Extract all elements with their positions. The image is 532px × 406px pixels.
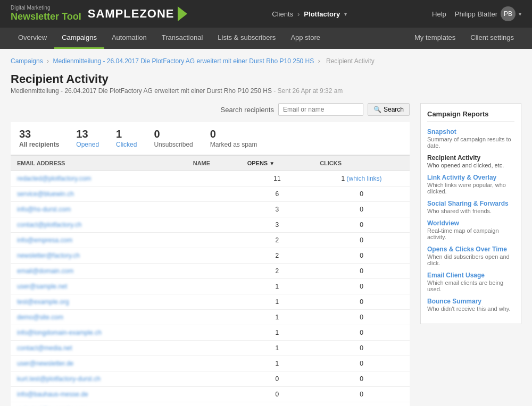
recipient-name: [187, 356, 241, 371]
clicked-count: 1: [116, 128, 137, 140]
breadcrumb: Campaigns › Medienmitteilung - 26.04.201…: [11, 57, 521, 65]
report-link[interactable]: Snapshot: [427, 128, 514, 136]
table-row: info@bauhaus-messe.de00: [11, 387, 410, 402]
sent-info: - Sent 26 Apr at 9:32 am: [273, 87, 343, 95]
email-link[interactable]: info@longdomain-example.ch: [17, 329, 102, 336]
opens-count: 11: [241, 171, 313, 187]
email-link[interactable]: service@bluewin.ch: [17, 190, 74, 198]
report-link[interactable]: Email Client Usage: [427, 272, 514, 279]
table-row: newsletter@factory.ch20: [11, 248, 410, 264]
email-link[interactable]: test@example.org: [17, 298, 69, 306]
clicked-label: Clicked: [116, 141, 137, 148]
spam-count: 0: [210, 128, 257, 140]
brand-arrow-icon: [178, 6, 187, 21]
right-navigation: My templates Client settings: [407, 28, 521, 49]
avatar: PB: [501, 6, 516, 21]
email-link[interactable]: info@hs-durst.com: [17, 206, 71, 213]
nav-lists-subscribers[interactable]: Lists & subscribers: [210, 28, 283, 49]
opens-count: 3: [241, 202, 313, 217]
col-email: EMAIL ADDRESS: [11, 156, 187, 171]
report-item: SnapshotSummary of campaign results to d…: [427, 128, 514, 149]
email-link[interactable]: contact@media.net: [17, 344, 72, 352]
recipient-name: [187, 171, 241, 187]
help-link[interactable]: Help: [432, 10, 446, 18]
client-dropdown-arrow-icon[interactable]: ▾: [344, 11, 347, 17]
table-row: redacted@example.com00: [11, 402, 410, 407]
tab-unsubscribed[interactable]: 0 Unsubscribed: [145, 122, 201, 155]
all-recipients-label: All recipients: [19, 141, 59, 148]
tab-clicked[interactable]: 1 Clicked: [107, 122, 145, 155]
email-link[interactable]: kurt.test@plotfactory-durst.ch: [17, 375, 101, 383]
clicks-count: 0: [313, 341, 410, 356]
report-link[interactable]: Worldview: [427, 219, 514, 227]
email-link[interactable]: info@empresa.com: [17, 236, 72, 244]
spam-label: Marked as spam: [210, 141, 257, 148]
breadcrumb-campaign-name[interactable]: Medienmitteilung - 26.04.2017 Die PlotFa…: [53, 57, 314, 65]
recipient-name: [187, 279, 241, 294]
which-links-link[interactable]: (which links): [347, 175, 382, 182]
opened-label: Opened: [76, 141, 99, 148]
clicks-count: 0: [313, 233, 410, 248]
email-link[interactable]: contact@plotfactory.ch: [17, 221, 81, 229]
report-item: Recipient ActivityWho opened and clicked…: [427, 154, 514, 168]
email-link[interactable]: user@newsletter.de: [17, 360, 73, 367]
nav-client-settings[interactable]: Client settings: [463, 28, 521, 49]
page-title-area: Recipient Activity Medienmitteilung - 26…: [11, 72, 521, 95]
recipients-table: EMAIL ADDRESS NAME OPENS ▼ CLICKS redact…: [11, 155, 410, 406]
breadcrumb-current: Recipient Activity: [326, 57, 375, 65]
tab-all-recipients[interactable]: 33 All recipients: [11, 122, 68, 155]
opens-count: 2: [241, 264, 313, 279]
email-link[interactable]: newsletter@factory.ch: [17, 252, 80, 259]
table-row: kurt.test@plotfactory-durst.ch00: [11, 371, 410, 387]
user-dropdown-arrow-icon[interactable]: ▾: [519, 11, 521, 17]
clicks-count: 1 (which links): [313, 171, 410, 187]
tab-spam[interactable]: 0 Marked as spam: [202, 122, 266, 155]
nav-automation[interactable]: Automation: [104, 28, 154, 49]
report-description: When did subscribers open and click.: [427, 253, 514, 266]
top-right-area: Help Philipp Blatter PB ▾: [432, 6, 521, 21]
table-row: service@bluewin.ch60: [11, 187, 410, 202]
report-description: Real-time map of campaign activity.: [427, 227, 514, 240]
email-link[interactable]: demo@site.com: [17, 314, 63, 321]
table-row: email@domain.com20: [11, 264, 410, 279]
report-description: Which email clients are being used.: [427, 280, 514, 292]
breadcrumb-campaigns[interactable]: Campaigns: [11, 57, 43, 65]
report-link[interactable]: Bounce Summary: [427, 298, 514, 305]
main-navigation: Overview Campaigns Automation Transactio…: [0, 28, 532, 49]
clients-link[interactable]: Clients: [272, 10, 293, 18]
campaign-reports-title: Campaign Reports: [427, 110, 514, 122]
email-link[interactable]: info@bauhaus-messe.de: [17, 391, 88, 398]
nav-app-store[interactable]: App store: [283, 28, 328, 49]
report-link[interactable]: Link Activity & Overlay: [427, 174, 514, 181]
report-description: Summary of campaign results to date.: [427, 136, 514, 149]
tab-opened[interactable]: 13 Opened: [68, 122, 107, 155]
table-row: info@hs-durst.com30: [11, 202, 410, 217]
table-row: user@newsletter.de10: [11, 356, 410, 371]
nav-campaigns[interactable]: Campaigns: [54, 28, 104, 49]
clicks-count: 0: [313, 371, 410, 387]
opens-count: 1: [241, 356, 313, 371]
email-link[interactable]: user@sample.net: [17, 283, 67, 290]
report-link[interactable]: Opens & Clicks Over Time: [427, 246, 514, 253]
user-area: Philipp Blatter PB ▾: [455, 6, 521, 21]
report-item: Opens & Clicks Over TimeWhen did subscri…: [427, 246, 514, 266]
search-button[interactable]: 🔍 Search: [368, 103, 410, 116]
unsubscribed-count: 0: [154, 128, 193, 140]
col-opens[interactable]: OPENS ▼: [241, 156, 313, 171]
report-link[interactable]: Social Sharing & Forwards: [427, 200, 514, 207]
recipient-name: [187, 264, 241, 279]
brand-name: samplezone: [88, 7, 174, 21]
nav-overview[interactable]: Overview: [11, 28, 54, 49]
search-input[interactable]: [278, 103, 363, 116]
opens-count: 1: [241, 294, 313, 310]
active-client-name[interactable]: Plotfactory: [304, 10, 340, 18]
email-link[interactable]: redacted@plotfactory.com: [17, 175, 91, 182]
opened-count: 13: [76, 128, 99, 140]
opens-count: 0: [241, 402, 313, 407]
nav-transactional[interactable]: Transactional: [154, 28, 211, 49]
report-link[interactable]: Recipient Activity: [427, 154, 514, 162]
recipient-name: [187, 294, 241, 310]
nav-my-templates[interactable]: My templates: [407, 28, 463, 49]
breadcrumb-chevron-icon: ›: [297, 10, 300, 18]
email-link[interactable]: email@domain.com: [17, 267, 73, 275]
